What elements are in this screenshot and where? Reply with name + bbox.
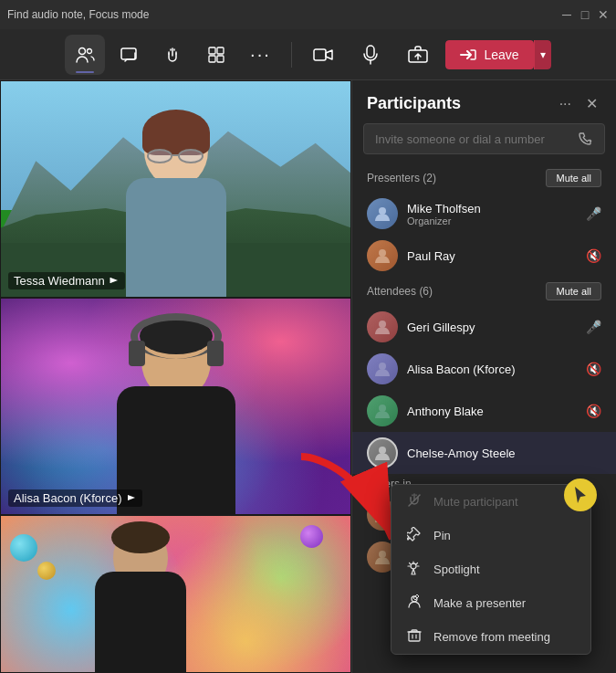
anthony-info: Anthony Blake <box>407 405 577 418</box>
svg-rect-29 <box>409 632 420 641</box>
mike-mic-icon: 🎤 <box>586 206 601 221</box>
reactions-button[interactable] <box>196 35 236 75</box>
participant-item-mike[interactable]: Mike Tholfsen Organizer 🎤 <box>352 193 616 235</box>
context-remove-item[interactable]: Remove from meeting <box>392 620 590 654</box>
toolbar: ··· Leave ▾ <box>0 29 616 80</box>
cursor-circle <box>564 478 597 511</box>
share-button[interactable] <box>398 35 438 75</box>
panel-more-button[interactable]: ··· <box>556 94 575 114</box>
participant-item-alisa[interactable]: Alisa Bacon (Kforce) 🔇 <box>352 348 616 390</box>
participant-item-anthony[interactable]: Anthony Blake 🔇 <box>352 390 616 432</box>
mute-all-presenters-button[interactable]: Mute all <box>546 169 601 187</box>
mute-all-attendees-button[interactable]: Mute all <box>546 282 601 300</box>
participant-item-paul[interactable]: Paul Ray 🔇 <box>352 235 616 277</box>
svg-rect-3 <box>209 47 215 54</box>
video-tile-third <box>0 515 351 673</box>
svg-point-1 <box>88 48 92 53</box>
leave-dropdown-button[interactable]: ▾ <box>534 40 551 69</box>
svg-point-19 <box>379 551 386 558</box>
panel-close-button[interactable]: ✕ <box>582 93 601 114</box>
participants-tab-button[interactable] <box>65 35 105 75</box>
participant-item-geri[interactable]: Geri Gillespy 🎤 <box>352 306 616 348</box>
attendees-label: Attendees (6) <box>367 285 433 298</box>
presenters-label: Presenters (2) <box>367 172 436 184</box>
geri-info: Geri Gillespy <box>407 321 577 334</box>
avatar-chelse <box>367 437 398 468</box>
svg-point-18 <box>379 509 386 516</box>
leave-label: Leave <box>484 47 518 62</box>
svg-point-0 <box>79 47 86 54</box>
mute-label: Mute participant <box>433 495 518 509</box>
paul-mic-icon: 🔇 <box>586 248 601 263</box>
svg-rect-2 <box>121 48 136 59</box>
titlebar-title: Find audio note, Focus mode <box>7 8 149 21</box>
panel-title: Participants <box>367 94 461 113</box>
attendees-section-header: Attendees (6) Mute all <box>352 277 616 306</box>
anthony-name: Anthony Blake <box>407 405 577 418</box>
alisa-video-label: Alisa Bacon (Kforce) <box>8 489 142 507</box>
pin-label: Pin <box>433 529 451 542</box>
context-menu: Mute participant Pin Spotlight <box>391 484 591 655</box>
mic-button[interactable] <box>350 35 391 75</box>
spotlight-label: Spotlight <box>433 563 480 576</box>
titlebar-controls: ─ □ ✕ <box>561 9 609 20</box>
chat-tab-button[interactable] <box>109 35 149 75</box>
avatar-paul <box>367 240 398 271</box>
context-pin-item[interactable]: Pin <box>392 519 590 552</box>
svg-rect-8 <box>367 46 374 58</box>
video-button[interactable] <box>303 35 343 75</box>
dial-icon <box>579 131 593 146</box>
svg-point-15 <box>379 363 386 370</box>
paul-info: Paul Ray <box>407 249 577 263</box>
context-mute-item[interactable]: Mute participant <box>392 485 590 519</box>
raise-hand-button[interactable] <box>152 35 193 75</box>
pin-icon <box>406 527 423 544</box>
tessa-name: Tessa Wiedmann <box>14 274 105 288</box>
minimize-button[interactable]: ─ <box>561 9 572 20</box>
alisa-info: Alisa Bacon (Kforce) <box>407 363 577 376</box>
chelse-name: Chelse-Amoy Steele <box>407 447 601 460</box>
leave-button[interactable]: Leave <box>445 40 533 69</box>
svg-point-12 <box>379 207 386 215</box>
maximize-button[interactable]: □ <box>579 9 590 20</box>
paul-name: Paul Ray <box>407 249 577 263</box>
mike-info: Mike Tholfsen Organizer <box>407 202 577 226</box>
participant-item-chelse[interactable]: Chelse-Amoy Steele <box>352 432 616 474</box>
avatar-geri <box>367 311 398 342</box>
tessa-video-label: Tessa Wiedmann <box>8 272 125 289</box>
geri-mic-icon: 🎤 <box>586 320 601 334</box>
svg-point-14 <box>379 321 386 328</box>
invite-input-wrapper <box>363 123 605 154</box>
anthony-mic-icon: 🔇 <box>586 404 601 418</box>
remove-icon <box>406 628 423 646</box>
svg-line-25 <box>416 563 417 564</box>
invite-input[interactable] <box>375 132 571 146</box>
mike-name: Mike Tholfsen <box>407 202 577 216</box>
chelse-info: Chelse-Amoy Steele <box>407 447 601 460</box>
avatar-alisa <box>367 353 398 384</box>
video-tile-tessa: Tessa Wiedmann <box>0 80 351 298</box>
presenter-icon <box>406 594 423 612</box>
alisa-name-panel: Alisa Bacon (Kforce) <box>407 363 577 376</box>
svg-line-24 <box>410 563 411 564</box>
panel-header: Participants ··· ✕ <box>352 80 616 123</box>
avatar-mike <box>367 198 398 229</box>
more-button[interactable]: ··· <box>240 35 280 75</box>
toolbar-left-group: ··· <box>65 35 280 75</box>
spotlight-icon <box>406 561 423 578</box>
geri-name: Geri Gillespy <box>407 321 577 334</box>
avatar-anthony <box>367 395 398 426</box>
close-button[interactable]: ✕ <box>598 9 609 20</box>
mike-role: Organizer <box>407 216 577 226</box>
alisa-name: Alisa Bacon (Kforce) <box>14 491 122 505</box>
panel-header-actions: ··· ✕ <box>556 93 601 114</box>
svg-point-16 <box>379 405 386 412</box>
context-presenter-item[interactable]: Make a presenter <box>392 586 590 620</box>
svg-point-22 <box>411 563 416 569</box>
leave-button-group: Leave ▾ <box>445 40 550 69</box>
context-spotlight-item[interactable]: Spotlight <box>392 552 590 586</box>
video-area: Tessa Wiedmann Alisa Bac <box>0 80 351 673</box>
svg-point-13 <box>379 249 386 257</box>
remove-label: Remove from meeting <box>433 630 550 644</box>
svg-rect-7 <box>314 49 326 60</box>
